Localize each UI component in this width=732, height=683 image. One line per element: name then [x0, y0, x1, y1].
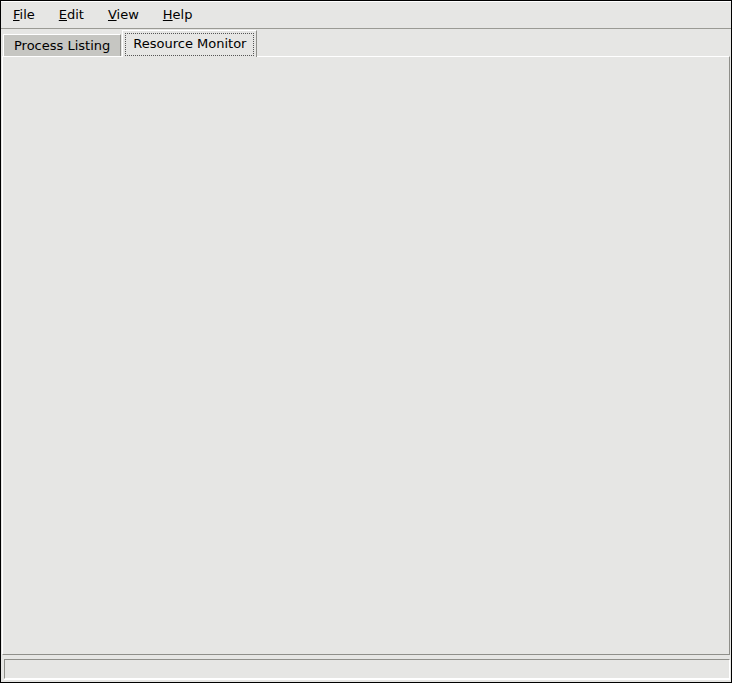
resource-monitor-page: [2, 56, 730, 655]
tab-process-listing[interactable]: Process Listing: [3, 34, 121, 57]
tab-bar: Process Listing Resource Monitor: [3, 30, 258, 57]
menu-help[interactable]: Help: [151, 2, 205, 27]
status-bar: [4, 659, 730, 679]
menu-bar: File Edit View Help: [1, 1, 731, 29]
menu-file[interactable]: File: [1, 2, 47, 27]
tab-focus-outline: [125, 33, 254, 56]
app-window: File Edit View Help Process Listing Reso…: [0, 0, 732, 683]
menu-edit[interactable]: Edit: [47, 2, 96, 27]
menu-view[interactable]: View: [96, 2, 151, 27]
tab-resource-monitor[interactable]: Resource Monitor: [122, 30, 257, 57]
